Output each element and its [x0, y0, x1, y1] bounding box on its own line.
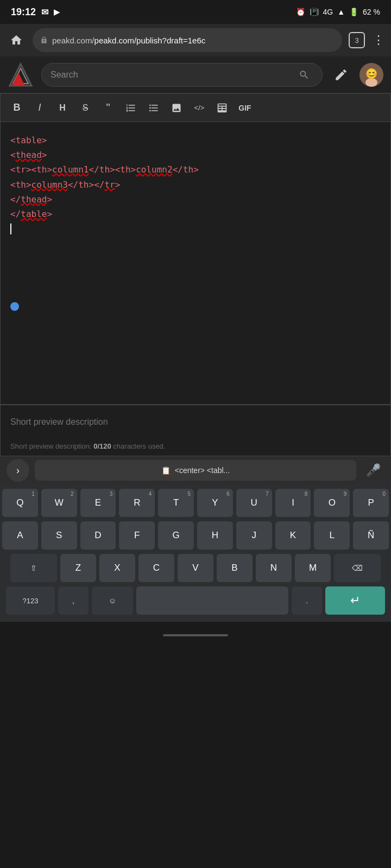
keyboard-arrow-button[interactable]: › [7, 459, 29, 482]
editor-toolbar: B I H S " </> GIF [1, 94, 390, 122]
num123-key[interactable]: ?123 [6, 586, 55, 615]
svg-text:😊: 😊 [365, 68, 378, 80]
key-e[interactable]: 3E [80, 489, 116, 517]
key-n-tilde[interactable]: Ñ [353, 521, 389, 550]
clipboard-icon: 📋 [161, 466, 171, 475]
preview-description-input[interactable] [1, 405, 390, 439]
key-r[interactable]: 4R [119, 489, 155, 517]
key-k[interactable]: K [275, 521, 311, 550]
vibrate-icon: 📳 [310, 8, 319, 16]
heading-button[interactable]: H [53, 98, 72, 118]
text-cursor [10, 224, 11, 234]
backspace-key[interactable]: ⌫ [334, 554, 381, 582]
key-v[interactable]: V [178, 554, 213, 582]
hint-text: Short preview description: [10, 442, 93, 450]
key-q[interactable]: 1Q [2, 489, 38, 517]
strikethrough-button[interactable]: S [75, 98, 95, 118]
key-u[interactable]: 7U [236, 489, 272, 517]
code-line-5: </thead> [10, 192, 381, 207]
network-label: 4G [323, 8, 333, 16]
gif-button[interactable]: GIF [235, 98, 255, 118]
editor-body[interactable]: <table> <thead> <tr><th>column1</th><th>… [1, 122, 390, 404]
image-button[interactable] [167, 98, 186, 118]
key-z[interactable]: Z [60, 554, 96, 582]
dot-key[interactable]: . [292, 586, 322, 615]
app-header: Search 😊 [0, 56, 391, 93]
url-text: peakd.com/peakd.com/publish?draft=1e6c [52, 36, 205, 45]
keyboard-row-4: ?123 , ☺ . ↵ [2, 586, 389, 615]
key-y[interactable]: 6Y [197, 489, 233, 517]
browser-icons: 3 ⋮ [349, 32, 384, 48]
key-a[interactable]: A [2, 521, 38, 550]
enter-key[interactable]: ↵ [325, 586, 385, 615]
italic-button[interactable]: I [30, 98, 49, 118]
key-m[interactable]: M [295, 554, 331, 582]
keyboard-row-1: 1Q 2W 3E 4R 5T 6Y 7U 8I 9O 0P [2, 489, 389, 517]
key-g[interactable]: G [158, 521, 194, 550]
key-h[interactable]: H [197, 521, 233, 550]
key-i[interactable]: 8I [275, 489, 311, 517]
quote-button[interactable]: " [98, 98, 118, 118]
hint-suffix: characters used. [111, 442, 166, 450]
code-line-1: <table> [10, 133, 381, 148]
key-s[interactable]: S [41, 521, 77, 550]
emoji-key[interactable]: ☺ [92, 586, 133, 615]
tab-count[interactable]: 3 [349, 32, 365, 48]
key-c[interactable]: C [138, 554, 174, 582]
search-placeholder: Search [51, 70, 289, 80]
code-line-4: <th>column3</th></tr> [10, 177, 381, 192]
browser-bar: peakd.com/peakd.com/publish?draft=1e6c 3… [0, 24, 391, 56]
preview-hint: Short preview description: 0/120 charact… [1, 439, 390, 456]
key-p[interactable]: 0P [353, 489, 389, 517]
menu-button[interactable]: ⋮ [373, 34, 384, 46]
unordered-list-button[interactable] [144, 98, 163, 118]
play-icon: ▶ [54, 8, 60, 16]
status-bar: 19:12 ✉ ▶ ⏰ 📳 4G ▲ 🔋 62 % [0, 0, 391, 24]
battery-icon: 🔋 [349, 8, 358, 16]
comma-key[interactable]: , [58, 586, 89, 615]
preview-section: Short preview description: 0/120 charact… [0, 405, 391, 456]
avatar[interactable]: 😊 [360, 63, 383, 87]
key-d[interactable]: D [80, 521, 116, 550]
mic-button[interactable]: 🎤 [362, 459, 384, 482]
clipboard-button[interactable]: 📋 <center> <tabl... [35, 460, 356, 481]
cursor-line [10, 224, 381, 234]
code-line-2: <thead> [10, 148, 381, 162]
code-line-6: </table> [10, 207, 381, 221]
search-button[interactable] [295, 66, 313, 84]
key-w[interactable]: 2W [41, 489, 77, 517]
key-x[interactable]: X [99, 554, 135, 582]
table-button[interactable] [212, 98, 232, 118]
mail-icon: ✉ [41, 7, 48, 17]
shift-key[interactable]: ⇧ [10, 554, 57, 582]
time-display: 19:12 [11, 7, 36, 18]
search-bar[interactable]: Search [41, 63, 323, 87]
code-line-3: <tr><th>column1</th><th>column2</th> [10, 162, 381, 177]
nav-indicator [163, 634, 228, 636]
pencil-button[interactable] [330, 64, 352, 86]
char-count: 0/120 [93, 442, 111, 450]
home-button[interactable] [7, 30, 26, 50]
key-j[interactable]: J [236, 521, 272, 550]
signal-icon: ▲ [337, 8, 345, 16]
code-button[interactable]: </> [190, 98, 209, 118]
url-bar[interactable]: peakd.com/peakd.com/publish?draft=1e6c [33, 28, 342, 52]
logo-icon [8, 62, 34, 88]
key-o[interactable]: 9O [314, 489, 350, 517]
key-l[interactable]: L [314, 521, 350, 550]
alarm-icon: ⏰ [296, 8, 305, 16]
keyboard: 1Q 2W 3E 4R 5T 6Y 7U 8I 9O 0P A S D F G … [0, 484, 391, 621]
avatar-image: 😊 [360, 63, 383, 87]
key-b[interactable]: B [217, 554, 253, 582]
editor-container: B I H S " </> GIF <tabl [0, 93, 391, 405]
key-f[interactable]: F [119, 521, 155, 550]
space-key[interactable] [136, 586, 288, 615]
battery-label: 62 % [363, 8, 380, 16]
cursor-handle [10, 302, 19, 311]
status-time: 19:12 ✉ ▶ [11, 7, 60, 18]
ordered-list-button[interactable] [121, 98, 141, 118]
bold-button[interactable]: B [7, 98, 27, 118]
keyboard-row-2: A S D F G H J K L Ñ [2, 521, 389, 550]
key-n[interactable]: N [256, 554, 292, 582]
key-t[interactable]: 5T [158, 489, 194, 517]
